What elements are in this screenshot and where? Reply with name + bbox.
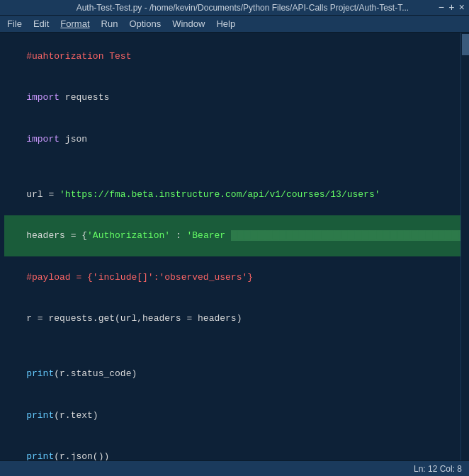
code-editor[interactable]: #uahtorization Test import requests impo… — [0, 33, 469, 460]
window-controls[interactable]: − + × — [439, 3, 465, 13]
minimize-button[interactable]: − — [439, 3, 444, 13]
menu-help[interactable]: Help — [212, 17, 239, 30]
comment-text-1: #uahtorization Test — [26, 51, 131, 62]
status-bar: Ln: 12 Col: 8 — [0, 460, 469, 476]
close-button[interactable]: × — [459, 3, 465, 13]
keyword-print-2: print — [26, 410, 54, 421]
code-line-3: import json — [4, 118, 465, 160]
menu-options[interactable]: Options — [125, 17, 165, 30]
maximize-button[interactable]: + — [448, 3, 454, 13]
code-line-5: url = 'https://fma.beta.instructure.com/… — [4, 174, 465, 215]
scrollbar[interactable] — [460, 33, 469, 460]
menu-edit[interactable]: Edit — [29, 17, 53, 30]
code-line-1: #uahtorization Test — [4, 35, 465, 77]
menu-window[interactable]: Window — [168, 17, 209, 30]
code-line-2: import requests — [4, 77, 465, 119]
token-hidden: ████████████████████████████████████████… — [231, 230, 469, 241]
menu-run[interactable]: Run — [97, 17, 123, 30]
keyword-import-2: import — [26, 134, 60, 144]
keyword-print-1: print — [26, 368, 54, 379]
code-line-11: print(r.text) — [4, 395, 465, 436]
menu-file[interactable]: File — [3, 17, 26, 30]
scrollbar-thumb[interactable] — [462, 34, 469, 55]
code-line-8: r = requests.get(url,headers = headers) — [4, 298, 465, 340]
code-line-9 — [4, 339, 465, 353]
comment-payload: #payload = {'include[]':'observed_users'… — [26, 272, 253, 283]
code-line-6: headers = {'Authorization' : 'Bearer ███… — [4, 215, 465, 257]
window-title: Auth-Test-Test.py - /home/kevin/Document… — [47, 3, 439, 13]
menu-format[interactable]: Format — [56, 17, 94, 30]
keyword-print-3: print — [26, 451, 54, 460]
title-bar: Auth-Test-Test.py - /home/kevin/Document… — [0, 0, 469, 16]
code-line-10: print(r.status_code) — [4, 353, 465, 395]
keyword-import-1: import — [26, 92, 60, 103]
code-line-4 — [4, 160, 465, 174]
cursor-position: Ln: 12 Col: 8 — [414, 464, 462, 474]
code-line-7: #payload = {'include[]':'observed_users'… — [4, 256, 465, 298]
code-line-12: print(r.json()) — [4, 436, 465, 461]
menu-bar: File Edit Format Run Options Window Help — [0, 16, 469, 33]
